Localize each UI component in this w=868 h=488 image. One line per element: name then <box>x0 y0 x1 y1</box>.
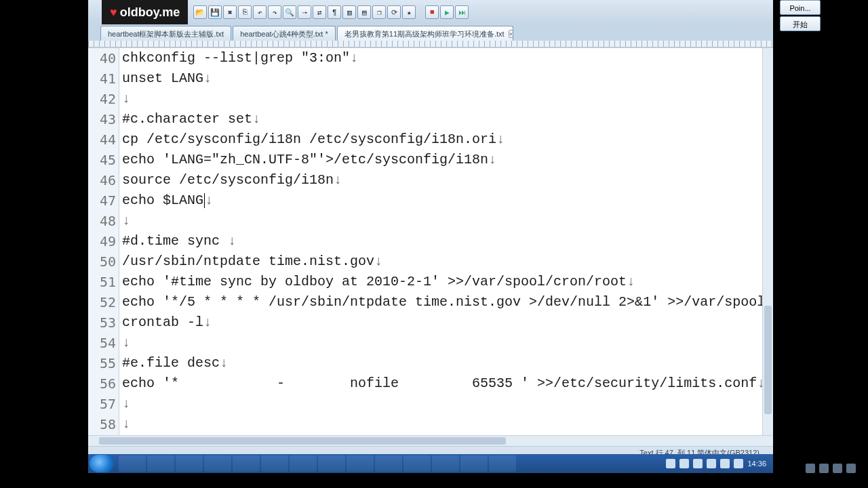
code-line[interactable]: ↓ <box>122 414 762 434</box>
step-icon[interactable]: ⏭ <box>455 5 469 19</box>
line-number: 41 <box>88 68 119 89</box>
tray-icon[interactable] <box>707 459 716 468</box>
code-line[interactable]: echo 'LANG="zh_CN.UTF-8"'>/etc/sysconfig… <box>122 150 762 170</box>
line-number: 55 <box>88 353 119 373</box>
stop-icon[interactable]: ■ <box>425 5 439 19</box>
taskbar-app-button[interactable] <box>347 455 374 472</box>
newline-mark: ↓ <box>220 355 228 371</box>
taskbar-app-button[interactable] <box>375 455 402 472</box>
newline-mark: ↓ <box>122 213 130 228</box>
tray-icon[interactable] <box>734 459 743 468</box>
vertical-scrollbar[interactable] <box>762 48 773 435</box>
code-line[interactable]: #d.time sync ↓ <box>122 231 762 251</box>
tray-icon[interactable] <box>693 459 703 468</box>
line-number: 58 <box>88 414 119 434</box>
code-line[interactable]: ↓ <box>122 211 762 231</box>
start-menu-button[interactable] <box>90 455 114 472</box>
poin-button[interactable]: Poin... <box>780 0 821 15</box>
line-number: 40 <box>88 48 119 68</box>
taskbar-app-button[interactable] <box>460 455 488 472</box>
newline-mark: ↓ <box>122 416 130 432</box>
tile-v-icon[interactable]: ▤ <box>357 5 371 19</box>
newline-mark: ↓ <box>122 335 130 350</box>
tray-icon[interactable] <box>666 459 675 468</box>
code-line[interactable]: unset LANG↓ <box>122 68 762 89</box>
tray-icon <box>806 464 815 473</box>
newline-mark: ↓ <box>757 375 762 391</box>
close-icon[interactable]: × <box>509 30 513 38</box>
sync-icon[interactable]: ⟳ <box>387 5 401 19</box>
search-icon[interactable]: 🔍 <box>283 5 296 19</box>
code-line[interactable]: echo $LANG↓ <box>122 190 762 211</box>
line-number: 54 <box>88 333 119 353</box>
line-number: 47 <box>88 190 119 211</box>
code-line[interactable]: chkconfig --list|grep "3:on"↓ <box>122 48 762 68</box>
code-line[interactable]: echo '#time sync by oldboy at 2010-2-1' … <box>122 272 762 292</box>
windows-taskbar: 14:36 <box>88 454 773 473</box>
horizontal-scrollbar[interactable] <box>88 435 773 446</box>
newline-mark: ↓ <box>374 253 382 269</box>
code-line[interactable]: ↓ <box>122 89 762 109</box>
editor: 40414243444546474849505152535455565758 c… <box>88 47 773 435</box>
undo-icon[interactable]: ↶ <box>253 5 267 19</box>
taskbar-app-button[interactable] <box>290 455 317 472</box>
find-next-icon[interactable]: ⇢ <box>298 5 311 19</box>
bookmark-icon[interactable]: ★ <box>402 5 416 19</box>
save-icon[interactable]: 💾 <box>208 5 222 19</box>
toolbar: 📂💾✖⎘↶↷🔍⇢⇄¶▥▤❐⟳★ <box>193 5 416 19</box>
cascade-icon[interactable]: ❐ <box>372 5 386 19</box>
taskbar-app-button[interactable] <box>489 455 516 472</box>
brand-text: oldboy.me <box>120 6 180 18</box>
external-tray <box>806 464 856 473</box>
file-tabs: heartbeat框架脚本新版去主辅版.txtheartbeat心跳4种类型.t… <box>88 24 773 41</box>
play-icon[interactable]: ▶ <box>440 5 454 19</box>
code-line[interactable]: #c.character set↓ <box>122 109 762 129</box>
tab-label: heartbeat框架脚本新版去主辅版.txt <box>108 26 224 41</box>
taskbar-app-button[interactable] <box>432 455 459 472</box>
taskbar-app-button[interactable] <box>403 455 431 472</box>
horizontal-scroll-thumb[interactable] <box>99 437 506 445</box>
taskbar-app-button[interactable] <box>233 455 260 472</box>
taskbar-app-button[interactable] <box>176 455 203 472</box>
paragraph-icon[interactable]: ¶ <box>328 5 341 19</box>
code-line[interactable]: source /etc/sysconfig/i18n↓ <box>122 170 762 190</box>
tab-file[interactable]: heartbeat心跳4种类型.txt * <box>233 26 336 41</box>
code-line[interactable]: ↓ <box>122 333 762 353</box>
code-line[interactable]: /usr/sbin/ntpdate time.nist.gov↓ <box>122 251 762 272</box>
open-icon[interactable]: 📂 <box>193 5 207 19</box>
close-icon[interactable]: ✖ <box>223 5 237 19</box>
code-line[interactable]: cp /etc/sysconfig/i18n /etc/sysconfig/i1… <box>122 129 762 150</box>
taskbar-app-button[interactable] <box>119 455 146 472</box>
taskbar-app-button[interactable] <box>204 455 231 472</box>
start-button[interactable]: 开始 <box>780 16 821 31</box>
taskbar-app-button[interactable] <box>261 455 288 472</box>
save-all-icon[interactable]: ⎘ <box>238 5 252 19</box>
taskbar-app-button[interactable] <box>318 455 345 472</box>
newline-mark: ↓ <box>122 396 130 411</box>
tray-icon[interactable] <box>720 459 730 468</box>
code-line[interactable]: #e.file desc↓ <box>122 353 762 373</box>
clock[interactable]: 14:36 <box>747 460 766 468</box>
run-toolbar: ■▶⏭ <box>425 5 469 19</box>
code-area[interactable]: chkconfig --list|grep "3:on"↓unset LANG↓… <box>119 48 762 435</box>
code-line[interactable]: echo '*/5 * * * * /usr/sbin/ntpdate time… <box>122 292 762 312</box>
tray-icon <box>819 464 829 473</box>
line-number: 50 <box>88 251 119 272</box>
replace-icon[interactable]: ⇄ <box>313 5 326 19</box>
newline-mark: ↓ <box>203 314 212 330</box>
code-line[interactable]: ↓ <box>122 394 762 414</box>
tile-h-icon[interactable]: ▥ <box>342 5 356 19</box>
newline-mark: ↓ <box>488 152 496 167</box>
newline-mark: ↓ <box>334 172 342 188</box>
line-number: 42 <box>88 89 119 109</box>
taskbar-app-button[interactable] <box>147 455 174 472</box>
code-line[interactable]: crontab -l↓ <box>122 312 762 333</box>
tray-icon[interactable] <box>679 459 689 468</box>
line-number: 45 <box>88 150 119 170</box>
vertical-scroll-thumb[interactable] <box>764 306 772 414</box>
tray-icon <box>833 464 842 473</box>
redo-icon[interactable]: ↷ <box>268 5 281 19</box>
code-line[interactable]: echo '* - nofile 65535 ' >>/etc/security… <box>122 373 762 394</box>
tab-file[interactable]: heartbeat框架脚本新版去主辅版.txt <box>100 26 231 41</box>
tab-file[interactable]: 老男孩教育第11期高级架构师班学习环境准备.txt× <box>337 26 513 41</box>
